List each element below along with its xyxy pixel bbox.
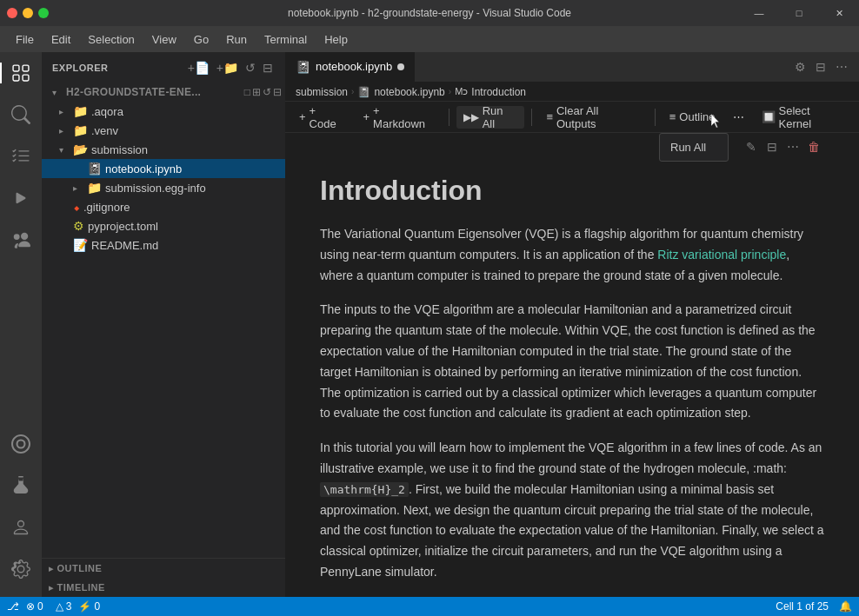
activity-account[interactable] — [0, 507, 42, 548]
run-all-tooltip: Run All — [659, 133, 729, 162]
notebook-file-icon: 📓 — [87, 162, 102, 176]
activity-bar — [0, 52, 42, 597]
timeline-panel-header[interactable]: ▸ TIMELINE — [42, 578, 285, 597]
run-all-tooltip-item[interactable]: Run All — [660, 137, 728, 157]
collapse-button[interactable]: ⊟ — [261, 59, 275, 76]
close-button[interactable]: ✕ — [819, 0, 859, 26]
activity-extensions[interactable] — [0, 219, 42, 261]
menu-help[interactable]: Help — [317, 30, 355, 50]
activity-search[interactable] — [0, 94, 42, 136]
delete-cell-button[interactable]: 🗑 — [803, 136, 824, 157]
sidebar: Explorer +📄 +📁 ↺ ⊟ ▾ H2-GROUNDSTATE-ENE.… — [42, 52, 285, 597]
chevron-down-icon: ▾ — [52, 88, 63, 97]
tree-item-readme[interactable]: 📝 README.md — [42, 235, 285, 255]
add-code-label: + Code — [310, 104, 346, 130]
edit-cell-button[interactable]: ✎ — [741, 136, 762, 157]
tree-item-aqora[interactable]: ▸ 📁 .aqora — [42, 102, 285, 121]
activity-bottom — [0, 423, 42, 597]
traffic-lights[interactable] — [7, 0, 49, 26]
tree-label-readme: README.md — [91, 239, 158, 252]
breadcrumb-sep1: › — [351, 87, 354, 96]
menu-edit[interactable]: Edit — [44, 30, 77, 50]
outline-label: Outline — [679, 110, 715, 123]
activity-settings[interactable] — [0, 548, 42, 590]
status-bell[interactable]: 🔔 — [839, 600, 852, 613]
activity-source-control[interactable] — [0, 136, 42, 177]
status-cell-position[interactable]: Cell 1 of 25 — [776, 600, 829, 613]
tab-bar: 📓 notebook.ipynb ⚙ ⊟ ⋯ — [285, 52, 859, 83]
breadcrumb-section[interactable]: Introduction — [471, 86, 526, 98]
select-kernel-button[interactable]: 🔲 Select Kernel — [755, 106, 853, 129]
tree-item-pyproject[interactable]: ⚙ pyproject.toml — [42, 216, 285, 235]
window-controls[interactable]: — □ ✕ — [739, 0, 859, 26]
status-lightning[interactable]: ⚡ 0 — [78, 600, 100, 613]
paragraph-2: The inputs to the VQE algorithm are a mo… — [320, 300, 824, 424]
breadcrumb-notebook[interactable]: notebook.ipynb — [374, 86, 444, 98]
tree-item-submission[interactable]: ▾ 📂 submission — [42, 140, 285, 159]
folder-icon: 📁 — [87, 181, 102, 195]
menu-terminal[interactable]: Terminal — [257, 30, 314, 50]
minimize-traffic-light[interactable] — [23, 8, 33, 18]
more-actions-button[interactable]: ⋯ — [726, 106, 751, 129]
tree-root-folder[interactable]: ▾ H2-GROUNDSTATE-ENE... □ ⊞ ↺ ⊟ — [42, 83, 285, 102]
window-title: notebook.ipynb - h2-groundstate-energy -… — [288, 7, 571, 19]
toolbar-right: 🔲 Select Kernel — [755, 106, 853, 129]
math-inline: \mathrm{H}_2 — [320, 482, 409, 497]
tree-label-egginfo: submission.egg-info — [105, 182, 206, 195]
ritz-link[interactable]: Ritz variational principle — [657, 248, 786, 262]
tree-item-notebook[interactable]: 📓 notebook.ipynb — [42, 159, 285, 178]
chevron-right-icon: ▸ — [49, 564, 54, 573]
menu-go[interactable]: Go — [187, 30, 216, 50]
outline-button[interactable]: ≡ Outline — [663, 106, 722, 129]
notebook-tab-label: notebook.ipynb — [316, 60, 392, 73]
kernel-icon: 🔲 — [762, 110, 776, 123]
run-debug-icon — [11, 189, 30, 208]
editor-area: 📓 notebook.ipynb ⚙ ⊟ ⋯ submission › 📓 no… — [285, 52, 859, 597]
breadcrumb-submission[interactable]: submission — [296, 86, 348, 98]
close-traffic-light[interactable] — [7, 8, 17, 18]
add-code-button[interactable]: + + Code — [292, 106, 353, 129]
notebook-tab[interactable]: 📓 notebook.ipynb — [285, 52, 416, 82]
remote-icon — [11, 434, 30, 454]
sidebar-header: Explorer +📄 +📁 ↺ ⊟ — [42, 52, 285, 83]
clear-outputs-button[interactable]: ≡ Clear All Outputs — [539, 106, 647, 129]
new-folder-root-icon[interactable]: ⊞ — [252, 86, 261, 98]
maximize-traffic-light[interactable] — [38, 8, 49, 18]
notebook-split-button[interactable]: ⊟ — [810, 56, 831, 77]
git-file-icon: ⬥ — [73, 200, 80, 214]
menu-selection[interactable]: Selection — [81, 30, 141, 50]
more-cell-button[interactable]: ⋯ — [782, 136, 803, 157]
activity-remote[interactable] — [0, 423, 42, 465]
chevron-right-icon: ▸ — [49, 583, 54, 593]
tree-item-gitignore[interactable]: ⬥ .gitignore — [42, 197, 285, 216]
tree-item-venv[interactable]: ▸ 📁 .venv — [42, 121, 285, 140]
menu-file[interactable]: File — [9, 30, 41, 50]
tab-actions: ⚙ ⊟ ⋯ — [789, 52, 859, 82]
minimize-button[interactable]: — — [739, 0, 779, 26]
refresh-root-icon[interactable]: ↺ — [263, 86, 271, 98]
tree-item-egginfo[interactable]: ▸ 📁 submission.egg-info — [42, 178, 285, 197]
new-folder-button[interactable]: +📁 — [215, 59, 240, 76]
outline-panel-header[interactable]: ▸ OUTLINE — [42, 559, 285, 578]
maximize-button[interactable]: □ — [779, 0, 819, 26]
collapse-root-icon[interactable]: ⊟ — [273, 86, 282, 98]
paragraph-3: In this tutorial you will learn how to i… — [320, 438, 824, 583]
new-file-button[interactable]: +📄 — [186, 59, 211, 76]
status-errors[interactable]: ⊗ 0 △ 3 — [26, 600, 71, 613]
refresh-button[interactable]: ↺ — [243, 59, 257, 76]
activity-explorer[interactable] — [0, 52, 42, 94]
run-all-button[interactable]: ▶▶ Run All — [456, 106, 525, 129]
menu-view[interactable]: View — [145, 30, 183, 50]
chevron-right-icon: ▸ — [73, 183, 83, 193]
lightning-icon: ⚡ — [78, 600, 91, 613]
notebook-settings-button[interactable]: ⚙ — [789, 56, 810, 77]
tab-modified-dot — [397, 63, 404, 70]
activity-run-debug[interactable] — [0, 177, 42, 219]
add-markdown-button[interactable]: + + Markdown — [356, 106, 442, 129]
notebook-more-button[interactable]: ⋯ — [831, 56, 852, 77]
activity-flask[interactable] — [0, 465, 42, 507]
menu-run[interactable]: Run — [219, 30, 254, 50]
new-file-root-icon[interactable]: □ — [244, 86, 250, 98]
split-cell-button[interactable]: ⊟ — [762, 136, 782, 157]
status-branch[interactable]: ⎇ — [7, 600, 19, 613]
